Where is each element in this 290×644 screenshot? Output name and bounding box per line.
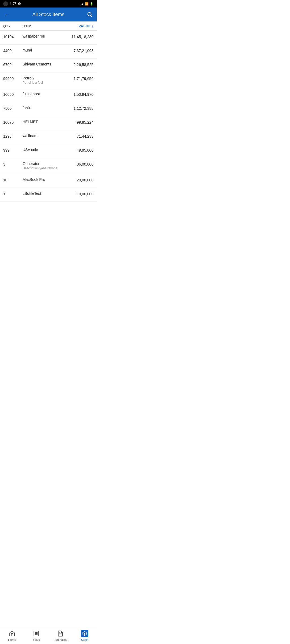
row-item-desc: Description yaha rakhne	[23, 166, 64, 170]
stock-list: 10104wallpaper roll11,45,18,2804400mural…	[0, 31, 97, 221]
row-qty: 10060	[3, 92, 23, 97]
table-row[interactable]: 10075HELMET99,85,224	[0, 116, 97, 130]
battery-icon: 🔋	[90, 2, 93, 6]
table-row[interactable]: 10104wallpaper roll11,45,18,280	[0, 31, 97, 45]
row-value: 1,50,94,970	[64, 92, 93, 97]
row-qty: 4400	[3, 48, 23, 53]
app-icon	[3, 1, 8, 6]
item-column-header: ITEM	[23, 24, 64, 28]
row-item-wrap: wallfoam	[23, 134, 64, 138]
table-row[interactable]: 10MacBook Pro20,00,000	[0, 174, 97, 188]
row-item-wrap: USA cole	[23, 148, 64, 152]
row-value: 49,95,000	[64, 148, 93, 152]
row-item-wrap: Shivam Cements	[23, 62, 64, 66]
row-item-name: USA cole	[23, 148, 64, 152]
row-value: 2,26,58,525	[64, 62, 93, 67]
row-item-name: futsal boot	[23, 92, 64, 96]
row-value: 10,00,000	[64, 191, 93, 196]
row-qty: 1293	[3, 134, 23, 138]
row-item-name: Petrol2	[23, 76, 64, 80]
row-item-name: Shivam Cements	[23, 62, 64, 66]
table-row[interactable]: 10060futsal boot1,50,94,970	[0, 88, 97, 102]
row-item-name: Generator	[23, 162, 64, 166]
table-row[interactable]: 99999Petrol2Petrol is a fuel1,71,79,656	[0, 72, 97, 88]
row-item-name: wallfoam	[23, 134, 64, 138]
row-item-wrap: mural	[23, 48, 64, 52]
row-item-name: HELMET	[23, 120, 64, 124]
status-left: 4:07 ⚙	[3, 1, 21, 6]
row-value: 1,71,79,656	[64, 76, 93, 81]
row-qty: 10075	[3, 120, 23, 125]
table-row[interactable]: 7500fan011,12,72,388	[0, 102, 97, 116]
row-item-name: MacBook Pro	[23, 177, 64, 182]
svg-line-1	[91, 16, 92, 17]
row-item-wrap: HELMET	[23, 120, 64, 124]
row-value: 1,12,72,388	[64, 106, 93, 111]
row-item-name: mural	[23, 48, 64, 52]
row-value: 20,00,000	[64, 177, 93, 182]
row-qty: 3	[3, 162, 23, 166]
row-value: 99,85,224	[64, 120, 93, 125]
row-qty: 999	[3, 148, 23, 152]
row-item-wrap: Petrol2Petrol is a fuel	[23, 76, 64, 85]
row-value: 7,37,21,098	[64, 48, 93, 53]
row-qty: 99999	[3, 76, 23, 81]
table-row[interactable]: 4400mural7,37,21,098	[0, 45, 97, 58]
row-value: 71,44,233	[64, 134, 93, 138]
row-item-name: fan01	[23, 106, 64, 110]
page-title: All Stock Items	[11, 12, 86, 17]
qty-column-header: QTY	[3, 24, 23, 28]
row-qty: 10104	[3, 34, 23, 39]
table-row[interactable]: 999USA cole49,95,000	[0, 144, 97, 158]
back-button[interactable]: ←	[3, 11, 11, 18]
status-right: ▲ 📶 🔋	[81, 2, 93, 6]
row-item-desc: Petrol is a fuel	[23, 81, 64, 85]
table-row[interactable]: 3GeneratorDescription yaha rakhne36,00,0…	[0, 158, 97, 174]
table-row[interactable]: 1LBottleTest10,00,000	[0, 188, 97, 202]
row-qty: 7500	[3, 106, 23, 111]
signal-icon: 📶	[85, 2, 89, 6]
row-qty: 6709	[3, 62, 23, 67]
row-value: 11,45,18,280	[64, 34, 93, 39]
row-item-wrap: LBottleTest	[23, 191, 64, 196]
sort-icon: ↓	[92, 24, 93, 28]
status-bar: 4:07 ⚙ ▲ 📶 🔋	[0, 0, 97, 8]
row-item-wrap: futsal boot	[23, 92, 64, 96]
table-header: QTY ITEM VALUE ↓	[0, 21, 97, 31]
row-qty: 10	[3, 177, 23, 182]
value-column-header[interactable]: VALUE ↓	[64, 24, 93, 28]
table-row[interactable]: 1293wallfoam71,44,233	[0, 130, 97, 144]
app-header: ← All Stock Items	[0, 8, 97, 21]
table-row[interactable]: 6709Shivam Cements2,26,58,525	[0, 58, 97, 72]
row-item-wrap: fan01	[23, 106, 64, 110]
row-qty: 1	[3, 191, 23, 196]
row-item-name: LBottleTest	[23, 191, 64, 196]
row-item-name: wallpaper roll	[23, 34, 64, 38]
row-value: 36,00,000	[64, 162, 93, 166]
settings-icon: ⚙	[18, 2, 21, 6]
status-time: 4:07	[10, 2, 16, 6]
row-item-wrap: wallpaper roll	[23, 34, 64, 38]
row-item-wrap: GeneratorDescription yaha rakhne	[23, 162, 64, 170]
row-item-wrap: MacBook Pro	[23, 177, 64, 182]
search-button[interactable]	[86, 11, 93, 18]
wifi-icon: ▲	[81, 2, 84, 5]
